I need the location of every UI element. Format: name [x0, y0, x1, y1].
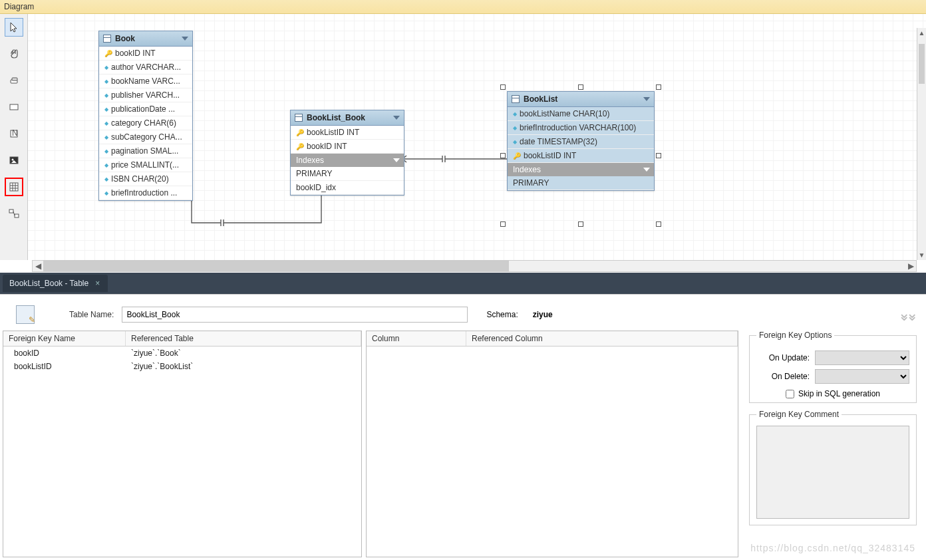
diagram-area: N Book 🔑bookID INT ◆author VARCHAR... ◆b… [0, 14, 926, 260]
col: ◆subCategory CHA... [99, 130, 192, 144]
svg-text:N: N [12, 128, 18, 138]
layer-tool[interactable] [5, 98, 23, 116]
fk-grid[interactable]: Foreign Key Name Referenced Table bookID… [3, 331, 362, 557]
fk-options-legend: Foreign Key Options [756, 331, 834, 340]
key-icon: 🔑 [513, 152, 521, 160]
scroll-down-arrow[interactable]: ▼ [917, 251, 926, 259]
image-tool[interactable] [5, 151, 23, 170]
vertical-scrollbar[interactable]: ▲ ▼ [917, 28, 926, 260]
index-row: PRIMARY [508, 176, 654, 190]
on-update-select[interactable] [815, 350, 909, 365]
svg-line-14 [13, 211, 15, 215]
col: ◆author VARCHAR... [99, 61, 192, 74]
col-header-fkname: Foreign Key Name [3, 331, 126, 346]
col: 🔑bookID INT [99, 47, 192, 61]
svg-rect-2 [10, 104, 18, 110]
table-book-name: Book [115, 34, 135, 43]
col-grid[interactable]: Column Referenced Column [366, 331, 738, 557]
col-header-reftable: Referenced Table [126, 331, 361, 346]
index-row: bookID_idx [291, 181, 404, 195]
scroll-left-arrow[interactable]: ◀ [33, 261, 43, 271]
scroll-thumb[interactable] [43, 261, 509, 271]
chevron-down-icon[interactable] [182, 37, 188, 41]
horizontal-scrollbar[interactable]: ◀ ▶ [32, 260, 917, 272]
scroll-thumb[interactable] [919, 44, 925, 84]
diamond-icon: ◆ [104, 65, 108, 70]
svg-rect-13 [15, 214, 19, 217]
relationship-tool[interactable] [5, 204, 23, 223]
tab-title: BookList_Book - Table [9, 279, 88, 288]
collapse-chevron-icon[interactable]: ⌄⌄ [898, 305, 914, 322]
on-delete-label: On Delete: [756, 372, 810, 381]
diamond-icon: ◆ [513, 139, 517, 145]
table-name-input[interactable] [122, 307, 468, 323]
new-table-tool[interactable] [5, 178, 23, 196]
diamond-icon: ◆ [104, 92, 108, 98]
fk-comment-legend: Foreign Key Comment [756, 410, 842, 419]
bottom-tabstrip: BookList_Book - Table × [0, 273, 926, 294]
canvas-wrap: Book 🔑bookID INT ◆author VARCHAR... ◆boo… [28, 14, 926, 260]
table-editor: Table Name: Schema: ziyue Foreign Key Na… [0, 294, 926, 560]
hand-tool[interactable] [5, 45, 23, 63]
svg-rect-7 [10, 183, 18, 191]
diamond-icon: ◆ [104, 78, 108, 84]
diamond-icon: ◆ [104, 120, 108, 126]
fk-key-icon: 🔑 [296, 143, 304, 150]
col-header-column: Column [367, 331, 466, 346]
svg-rect-1 [12, 78, 17, 80]
diamond-icon: ◆ [104, 106, 108, 112]
table-booklist-book[interactable]: BookList_Book 🔑bookListID INT 🔑bookID IN… [290, 110, 404, 196]
editor-header: Table Name: Schema: ziyue [0, 295, 926, 333]
table-booklist-book-header[interactable]: BookList_Book [291, 110, 404, 126]
chevron-down-icon[interactable] [643, 97, 650, 101]
scroll-right-arrow[interactable]: ▶ [905, 261, 916, 271]
table-icon [295, 114, 303, 122]
note-tool[interactable]: N [5, 124, 23, 143]
indexes-header[interactable]: Indexes [291, 154, 404, 167]
diamond-icon: ◆ [104, 162, 108, 168]
table-booklist[interactable]: BookList ◆bookListName CHAR(10) ◆briefIn… [507, 91, 655, 191]
index-row: PRIMARY [291, 167, 404, 181]
fk-comment-textarea[interactable] [756, 426, 909, 519]
chevron-down-icon [393, 158, 400, 162]
col: ◆briefIntroduction ... [99, 186, 192, 200]
col: ◆publicationDate ... [99, 102, 192, 116]
table-book[interactable]: Book 🔑bookID INT ◆author VARCHAR... ◆boo… [98, 31, 193, 201]
tab-booklist-book[interactable]: BookList_Book - Table × [3, 275, 108, 292]
on-delete-select[interactable] [815, 369, 909, 384]
schema-value: ziyue [533, 310, 553, 319]
col-header-refcolumn: Referenced Column [466, 331, 738, 346]
col: 🔑bookID INT [291, 140, 404, 154]
col: ◆ISBN CHAR(20) [99, 172, 192, 186]
col: ◆publisher VARCH... [99, 88, 192, 102]
close-icon[interactable]: × [95, 279, 100, 288]
table-edit-icon [16, 305, 35, 324]
eraser-tool[interactable] [5, 71, 23, 90]
on-update-label: On Update: [756, 353, 810, 362]
table-book-header[interactable]: Book [99, 31, 192, 47]
editor-body: Foreign Key Name Referenced Table bookID… [3, 331, 923, 557]
table-icon [512, 95, 520, 103]
svg-rect-12 [9, 210, 13, 213]
pointer-tool[interactable] [5, 18, 23, 37]
table-booklist-header[interactable]: BookList [508, 92, 654, 107]
scroll-up-arrow[interactable]: ▲ [917, 29, 926, 37]
skip-sql-label: Skip in SQL generation [798, 389, 880, 398]
schema-label: Schema: [486, 310, 518, 319]
table-icon [103, 35, 111, 43]
fk-row[interactable]: bookListID `ziyue`.`BookList` [3, 360, 361, 373]
toolbox: N [0, 14, 28, 260]
indexes-header[interactable]: Indexes [508, 163, 654, 176]
table-booklist-book-name: BookList_Book [307, 113, 365, 122]
diamond-icon: ◆ [104, 148, 108, 154]
fk-key-icon: 🔑 [296, 129, 304, 136]
fk-row[interactable]: bookID `ziyue`.`Book` [3, 347, 361, 360]
skip-sql-checkbox[interactable] [786, 390, 794, 398]
diamond-icon: ◆ [104, 134, 108, 140]
chevron-down-icon[interactable] [393, 116, 400, 120]
col: ◆category CHAR(6) [99, 116, 192, 130]
fk-options: Foreign Key Options On Update: On Delete… [749, 331, 917, 403]
col: ◆price SMALLINT(... [99, 158, 192, 172]
chevron-down-icon [643, 168, 650, 172]
diagram-header: Diagram [0, 0, 926, 14]
